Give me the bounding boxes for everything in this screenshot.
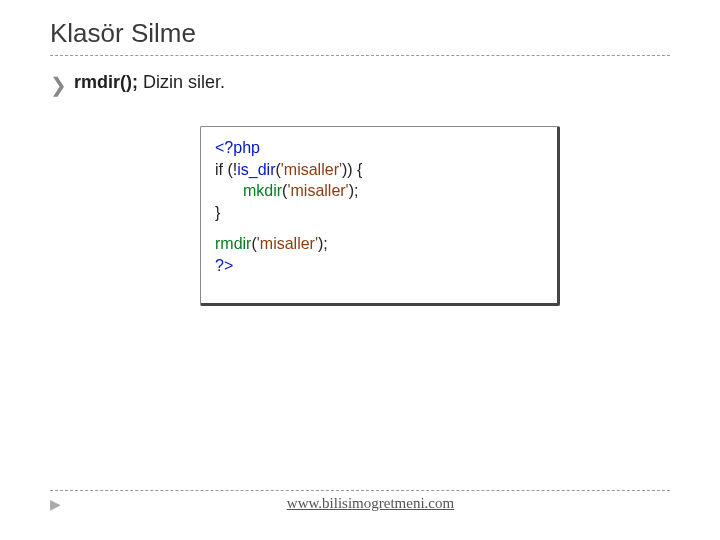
token-cond-end: )) { xyxy=(342,161,362,178)
description-text: rmdir(); Dizin siler. xyxy=(74,72,225,93)
token-close-1: ); xyxy=(349,182,359,199)
token-if: if (! xyxy=(215,161,237,178)
token-string-1: 'misaller' xyxy=(281,161,342,178)
code-line-2: if (!is_dir('misaller')) { xyxy=(215,159,543,181)
token-close-2: ); xyxy=(318,235,328,252)
footer: ▶ www.bilisimogretmeni.com xyxy=(50,490,670,512)
footer-url: www.bilisimogretmeni.com xyxy=(71,495,670,512)
desc-rest: Dizin siler. xyxy=(138,72,225,92)
code-line-5: rmdir('misaller'); xyxy=(215,233,543,255)
token-rmdir: rmdir xyxy=(215,235,251,252)
bullet-icon: ❯ xyxy=(50,74,64,96)
desc-bold: rmdir(); xyxy=(74,72,138,92)
page-title: Klasör Silme xyxy=(50,18,670,56)
description-row: ❯ rmdir(); Dizin siler. xyxy=(50,72,670,96)
token-php-open: <?php xyxy=(215,139,260,156)
code-line-6: ?> xyxy=(215,255,543,277)
code-line-3: mkdir('misaller'); xyxy=(215,180,543,202)
token-isdir: is_dir xyxy=(237,161,275,178)
token-string-2: 'misaller' xyxy=(287,182,348,199)
code-block: <?php if (!is_dir('misaller')) { mkdir('… xyxy=(200,126,560,306)
code-line-1: <?php xyxy=(215,137,543,159)
token-php-close: ?> xyxy=(215,257,233,274)
token-string-3: 'misaller' xyxy=(257,235,318,252)
token-mkdir: mkdir xyxy=(243,182,282,199)
footer-play-icon: ▶ xyxy=(50,496,61,512)
token-brace-close: } xyxy=(215,204,220,221)
code-line-4: } xyxy=(215,202,543,224)
